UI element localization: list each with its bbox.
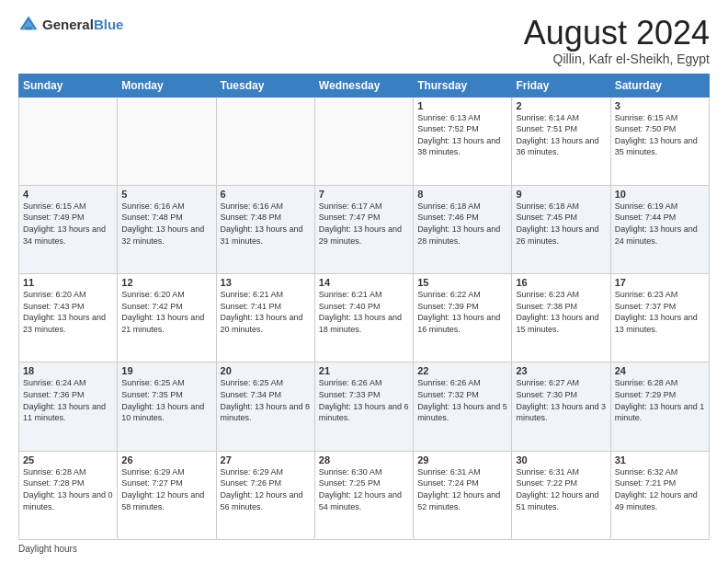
calendar-cell: 7Sunrise: 6:17 AMSunset: 7:47 PMDaylight… bbox=[314, 185, 413, 273]
calendar-cell: 1Sunrise: 6:13 AMSunset: 7:52 PMDaylight… bbox=[414, 97, 512, 185]
day-number: 4 bbox=[23, 189, 113, 200]
day-number: 29 bbox=[417, 454, 507, 465]
day-info: Sunrise: 6:29 AMSunset: 7:26 PMDaylight:… bbox=[221, 466, 311, 512]
calendar-cell: 17Sunrise: 6:23 AMSunset: 7:37 PMDayligh… bbox=[610, 274, 709, 362]
title-block: August 2024 Qillin, Kafr el-Sheikh, Egyp… bbox=[524, 15, 710, 66]
day-info: Sunrise: 6:15 AMSunset: 7:50 PMDaylight:… bbox=[615, 112, 705, 158]
day-info: Sunrise: 6:19 AMSunset: 7:44 PMDaylight:… bbox=[615, 201, 705, 247]
calendar-cell: 12Sunrise: 6:20 AMSunset: 7:42 PMDayligh… bbox=[118, 274, 216, 362]
day-info: Sunrise: 6:23 AMSunset: 7:38 PMDaylight:… bbox=[516, 289, 606, 335]
page: GeneralBlue August 2024 Qillin, Kafr el-… bbox=[0, 0, 728, 563]
calendar-table: SundayMondayTuesdayWednesdayThursdayFrid… bbox=[18, 74, 710, 540]
svg-rect-2 bbox=[25, 27, 31, 29]
day-info: Sunrise: 6:26 AMSunset: 7:32 PMDaylight:… bbox=[417, 377, 507, 423]
day-number: 28 bbox=[319, 454, 409, 465]
day-number: 17 bbox=[615, 277, 705, 288]
day-info: Sunrise: 6:24 AMSunset: 7:36 PMDaylight:… bbox=[23, 377, 113, 423]
day-info: Sunrise: 6:14 AMSunset: 7:51 PMDaylight:… bbox=[516, 112, 606, 158]
logo-text: GeneralBlue bbox=[42, 17, 123, 33]
day-number: 19 bbox=[121, 365, 211, 376]
day-number: 30 bbox=[516, 454, 606, 465]
day-info: Sunrise: 6:23 AMSunset: 7:37 PMDaylight:… bbox=[615, 289, 705, 335]
day-number: 21 bbox=[319, 365, 409, 376]
calendar-cell: 22Sunrise: 6:26 AMSunset: 7:32 PMDayligh… bbox=[414, 362, 512, 451]
day-info: Sunrise: 6:22 AMSunset: 7:39 PMDaylight:… bbox=[417, 289, 507, 335]
day-info: Sunrise: 6:17 AMSunset: 7:47 PMDaylight:… bbox=[319, 201, 409, 247]
day-number: 26 bbox=[121, 454, 211, 465]
calendar-header-friday: Friday bbox=[512, 74, 610, 97]
calendar-cell: 20Sunrise: 6:25 AMSunset: 7:34 PMDayligh… bbox=[216, 362, 314, 451]
calendar-cell bbox=[314, 97, 413, 185]
calendar-cell: 14Sunrise: 6:21 AMSunset: 7:40 PMDayligh… bbox=[314, 274, 413, 362]
calendar-location: Qillin, Kafr el-Sheikh, Egypt bbox=[524, 52, 710, 66]
logo: GeneralBlue bbox=[18, 15, 123, 35]
calendar-cell: 8Sunrise: 6:18 AMSunset: 7:46 PMDaylight… bbox=[414, 185, 512, 273]
calendar-header-wednesday: Wednesday bbox=[314, 74, 413, 97]
calendar-cell: 9Sunrise: 6:18 AMSunset: 7:45 PMDaylight… bbox=[512, 185, 610, 273]
calendar-cell: 15Sunrise: 6:22 AMSunset: 7:39 PMDayligh… bbox=[414, 274, 512, 362]
calendar-cell bbox=[118, 97, 216, 185]
calendar-cell: 24Sunrise: 6:28 AMSunset: 7:29 PMDayligh… bbox=[610, 362, 709, 451]
calendar-cell: 30Sunrise: 6:31 AMSunset: 7:22 PMDayligh… bbox=[512, 451, 610, 539]
day-info: Sunrise: 6:18 AMSunset: 7:46 PMDaylight:… bbox=[417, 201, 507, 247]
calendar-cell bbox=[19, 97, 118, 185]
day-info: Sunrise: 6:20 AMSunset: 7:42 PMDaylight:… bbox=[121, 289, 211, 335]
calendar-week-5: 25Sunrise: 6:28 AMSunset: 7:28 PMDayligh… bbox=[19, 451, 710, 539]
calendar-cell: 25Sunrise: 6:28 AMSunset: 7:28 PMDayligh… bbox=[19, 451, 118, 539]
calendar-cell: 3Sunrise: 6:15 AMSunset: 7:50 PMDaylight… bbox=[610, 97, 709, 185]
day-number: 18 bbox=[23, 365, 113, 376]
calendar-week-2: 4Sunrise: 6:15 AMSunset: 7:49 PMDaylight… bbox=[19, 185, 710, 273]
day-number: 14 bbox=[319, 277, 409, 288]
calendar-week-1: 1Sunrise: 6:13 AMSunset: 7:52 PMDaylight… bbox=[19, 97, 710, 185]
day-info: Sunrise: 6:31 AMSunset: 7:24 PMDaylight:… bbox=[417, 466, 507, 512]
day-number: 10 bbox=[615, 189, 705, 200]
daylight-label: Daylight hours bbox=[18, 544, 77, 554]
logo-general: General bbox=[42, 17, 94, 32]
day-number: 20 bbox=[221, 365, 311, 376]
day-info: Sunrise: 6:26 AMSunset: 7:33 PMDaylight:… bbox=[319, 377, 409, 423]
calendar-header-tuesday: Tuesday bbox=[216, 74, 314, 97]
day-info: Sunrise: 6:16 AMSunset: 7:48 PMDaylight:… bbox=[221, 201, 311, 247]
calendar-cell: 19Sunrise: 6:25 AMSunset: 7:35 PMDayligh… bbox=[118, 362, 216, 451]
calendar-cell: 23Sunrise: 6:27 AMSunset: 7:30 PMDayligh… bbox=[512, 362, 610, 451]
day-info: Sunrise: 6:30 AMSunset: 7:25 PMDaylight:… bbox=[319, 466, 409, 512]
day-info: Sunrise: 6:29 AMSunset: 7:27 PMDaylight:… bbox=[121, 466, 211, 512]
calendar-header-row: SundayMondayTuesdayWednesdayThursdayFrid… bbox=[19, 74, 710, 97]
calendar-title: August 2024 bbox=[524, 15, 710, 52]
day-number: 6 bbox=[221, 189, 311, 200]
day-info: Sunrise: 6:21 AMSunset: 7:41 PMDaylight:… bbox=[221, 289, 311, 335]
calendar-cell bbox=[216, 97, 314, 185]
calendar-cell: 18Sunrise: 6:24 AMSunset: 7:36 PMDayligh… bbox=[19, 362, 118, 451]
day-info: Sunrise: 6:18 AMSunset: 7:45 PMDaylight:… bbox=[516, 201, 606, 247]
day-number: 31 bbox=[615, 454, 705, 465]
day-info: Sunrise: 6:27 AMSunset: 7:30 PMDaylight:… bbox=[516, 377, 606, 423]
calendar-cell: 2Sunrise: 6:14 AMSunset: 7:51 PMDaylight… bbox=[512, 97, 610, 185]
day-info: Sunrise: 6:15 AMSunset: 7:49 PMDaylight:… bbox=[23, 201, 113, 247]
logo-blue: Blue bbox=[94, 17, 124, 32]
calendar-cell: 11Sunrise: 6:20 AMSunset: 7:43 PMDayligh… bbox=[19, 274, 118, 362]
day-number: 15 bbox=[417, 277, 507, 288]
calendar-cell: 13Sunrise: 6:21 AMSunset: 7:41 PMDayligh… bbox=[216, 274, 314, 362]
calendar-cell: 31Sunrise: 6:32 AMSunset: 7:21 PMDayligh… bbox=[610, 451, 709, 539]
day-number: 25 bbox=[23, 454, 113, 465]
day-number: 22 bbox=[417, 365, 507, 376]
calendar-cell: 4Sunrise: 6:15 AMSunset: 7:49 PMDaylight… bbox=[19, 185, 118, 273]
footer: Daylight hours bbox=[18, 544, 710, 554]
calendar-cell: 6Sunrise: 6:16 AMSunset: 7:48 PMDaylight… bbox=[216, 185, 314, 273]
day-number: 9 bbox=[516, 189, 606, 200]
calendar-cell: 21Sunrise: 6:26 AMSunset: 7:33 PMDayligh… bbox=[314, 362, 413, 451]
calendar-cell: 28Sunrise: 6:30 AMSunset: 7:25 PMDayligh… bbox=[314, 451, 413, 539]
calendar-cell: 16Sunrise: 6:23 AMSunset: 7:38 PMDayligh… bbox=[512, 274, 610, 362]
day-number: 1 bbox=[417, 100, 507, 111]
day-info: Sunrise: 6:20 AMSunset: 7:43 PMDaylight:… bbox=[23, 289, 113, 335]
day-number: 12 bbox=[121, 277, 211, 288]
day-info: Sunrise: 6:25 AMSunset: 7:35 PMDaylight:… bbox=[121, 377, 211, 423]
calendar-cell: 27Sunrise: 6:29 AMSunset: 7:26 PMDayligh… bbox=[216, 451, 314, 539]
calendar-cell: 10Sunrise: 6:19 AMSunset: 7:44 PMDayligh… bbox=[610, 185, 709, 273]
day-info: Sunrise: 6:28 AMSunset: 7:28 PMDaylight:… bbox=[23, 466, 113, 512]
day-info: Sunrise: 6:13 AMSunset: 7:52 PMDaylight:… bbox=[417, 112, 507, 158]
day-number: 5 bbox=[121, 189, 211, 200]
calendar-cell: 29Sunrise: 6:31 AMSunset: 7:24 PMDayligh… bbox=[414, 451, 512, 539]
calendar-week-4: 18Sunrise: 6:24 AMSunset: 7:36 PMDayligh… bbox=[19, 362, 710, 451]
day-number: 24 bbox=[615, 365, 705, 376]
